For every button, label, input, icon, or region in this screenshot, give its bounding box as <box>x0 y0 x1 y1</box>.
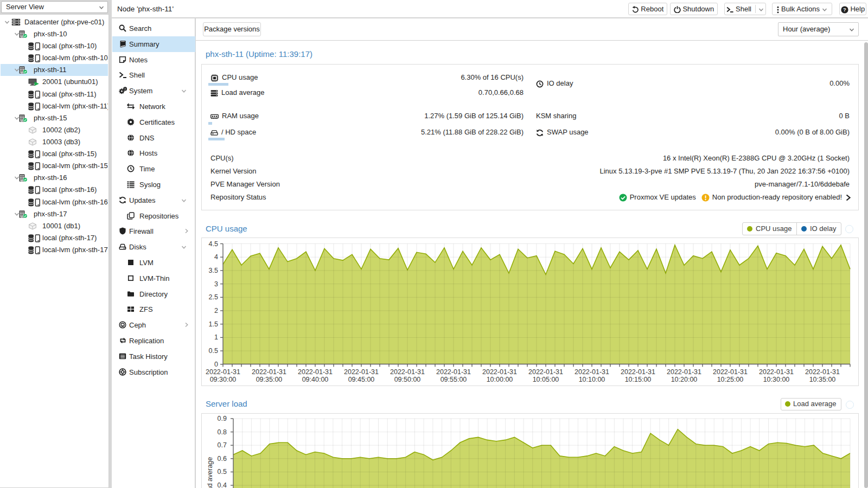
svg-text:2022-01-31: 2022-01-31 <box>667 368 701 376</box>
svg-text:10:20:00: 10:20:00 <box>671 376 698 383</box>
svg-text:0.5: 0.5 <box>209 347 218 355</box>
svg-text:09:40:00: 09:40:00 <box>302 376 329 383</box>
svg-text:1.5: 1.5 <box>209 320 218 328</box>
svg-text:10:05:00: 10:05:00 <box>533 376 559 383</box>
svg-text:2.5: 2.5 <box>209 293 218 301</box>
svg-text:2022-01-31: 2022-01-31 <box>252 368 286 376</box>
svg-text:09:35:00: 09:35:00 <box>256 376 283 383</box>
svg-text:2: 2 <box>214 307 218 314</box>
svg-text:09:30:00: 09:30:00 <box>210 376 237 383</box>
svg-text:10:00:00: 10:00:00 <box>487 376 513 383</box>
svg-text:2022-01-31: 2022-01-31 <box>759 368 794 376</box>
svg-text:0.9: 0.9 <box>218 415 227 422</box>
svg-text:2022-01-31: 2022-01-31 <box>482 368 517 376</box>
svg-text:2022-01-31: 2022-01-31 <box>436 368 471 376</box>
svg-text:10:30:00: 10:30:00 <box>763 376 790 383</box>
svg-text:10:25:00: 10:25:00 <box>717 376 744 383</box>
svg-text:09:50:00: 09:50:00 <box>394 376 421 383</box>
svg-text:09:45:00: 09:45:00 <box>348 376 375 383</box>
svg-text:0.6: 0.6 <box>218 455 227 463</box>
svg-text:2022-01-31: 2022-01-31 <box>713 368 748 376</box>
svg-text:09:55:00: 09:55:00 <box>441 376 467 383</box>
svg-text:?: ? <box>843 7 846 12</box>
svg-text:4.5: 4.5 <box>209 240 218 248</box>
svg-text:0.5: 0.5 <box>218 468 227 476</box>
svg-text:3: 3 <box>214 280 218 288</box>
svg-text:2022-01-31: 2022-01-31 <box>805 368 840 376</box>
svg-text:10:15:00: 10:15:00 <box>625 376 652 383</box>
svg-text:10:10:00: 10:10:00 <box>579 376 605 383</box>
svg-text:2022-01-31: 2022-01-31 <box>528 368 563 376</box>
svg-text:Load average: Load average <box>206 457 214 488</box>
svg-text:10:35:00: 10:35:00 <box>809 376 836 383</box>
svg-text:0.7: 0.7 <box>218 441 227 449</box>
svg-text:1: 1 <box>214 333 218 341</box>
svg-text:2022-01-31: 2022-01-31 <box>390 368 425 376</box>
svg-text:2022-01-31: 2022-01-31 <box>621 368 655 376</box>
svg-text:0.8: 0.8 <box>218 428 227 436</box>
svg-text:2022-01-31: 2022-01-31 <box>575 368 609 376</box>
svg-text:3.5: 3.5 <box>209 267 218 274</box>
svg-text:4: 4 <box>214 253 218 261</box>
svg-text:0.4: 0.4 <box>218 481 227 488</box>
svg-text:0: 0 <box>214 361 218 368</box>
svg-text:2022-01-31: 2022-01-31 <box>344 368 379 376</box>
svg-text:2022-01-31: 2022-01-31 <box>206 368 240 376</box>
svg-text:2022-01-31: 2022-01-31 <box>298 368 333 376</box>
